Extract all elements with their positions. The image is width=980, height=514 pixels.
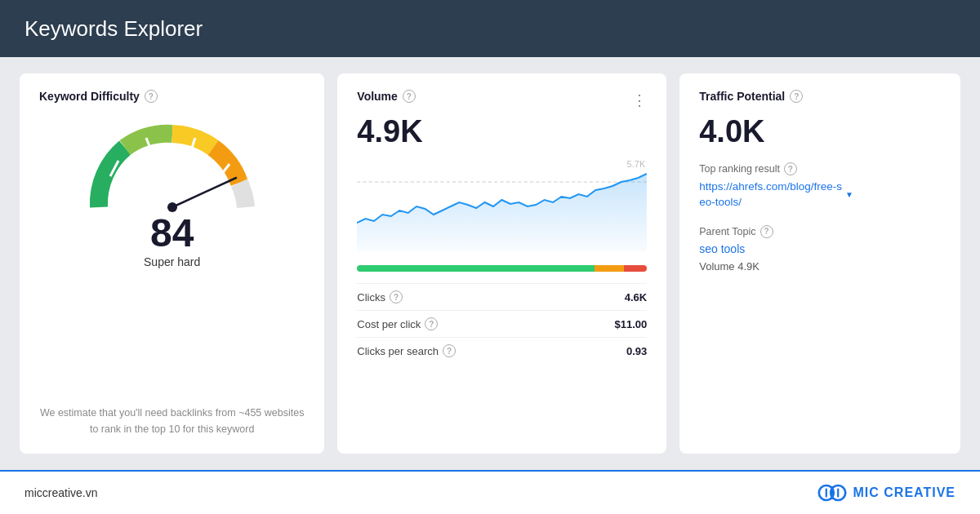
pb-orange [595,265,623,272]
volume-card-label: Volume ? [357,90,416,103]
chart-max-label: 5.7K [627,159,646,169]
gauge-container [82,117,262,215]
footer: miccreative.vn MIC CREATIVE [0,470,980,514]
header: Keywords Explorer [0,0,980,57]
cpc-row: Cost per click ? $11.00 [357,310,647,337]
page-title: Keywords Explorer [24,16,203,42]
cpc-label: Cost per click ? [357,317,438,330]
kd-card-label: Keyword Difficulty ? [39,90,158,103]
volume-card: Volume ? ⋮ 4.9K 5.7K [337,73,666,454]
main-content: Keyword Difficulty ? [0,57,980,470]
cpc-value: $11.00 [614,318,647,330]
parent-topic-link[interactable]: seo tools [699,242,941,255]
cpc-help-icon[interactable]: ? [425,317,438,330]
clicks-label: Clicks ? [357,290,403,304]
volume-help-icon[interactable]: ? [403,90,416,103]
cps-help-icon[interactable]: ? [443,344,456,357]
pb-green [357,265,595,272]
top-ranking-label: Top ranking result ? [699,162,941,175]
footer-brand: MIC CREATIVE [817,483,956,503]
cps-value: 0.93 [626,345,647,357]
mic-creative-logo [817,483,847,503]
clicks-progress-bar [357,265,647,272]
volume-value: 4.9K [357,114,647,149]
cps-row: Clicks per search ? 0.93 [357,337,647,364]
tp-parent-volume: Volume 4.9K [699,260,941,273]
url-dropdown-arrow[interactable]: ▼ [845,189,853,201]
kd-help-icon[interactable]: ? [145,90,158,103]
keyword-difficulty-card: Keyword Difficulty ? [20,73,324,454]
kd-difficulty-label: Super hard [144,255,200,268]
tp-card-label: Traffic Potential ? [699,90,941,103]
volume-label-text: Volume [357,90,398,103]
volume-chart [357,157,647,255]
clicks-row: Clicks ? 4.6K [357,283,647,310]
volume-header: Volume ? ⋮ [357,90,647,111]
tp-help-icon[interactable]: ? [790,90,803,103]
footer-domain: miccreative.vn [24,486,97,499]
pb-red [624,265,647,272]
clicks-help-icon[interactable]: ? [390,290,403,304]
svg-point-5 [167,202,177,212]
clicks-value: 4.6K [625,291,647,304]
top-ranking-help-icon[interactable]: ? [784,162,797,175]
parent-topic-label: Parent Topic ? [699,225,941,238]
footer-brand-name: MIC CREATIVE [853,485,956,500]
tp-value: 4.0K [699,114,941,149]
cps-label: Clicks per search ? [357,344,456,357]
more-options-icon[interactable]: ⋮ [632,91,647,109]
gauge-svg [82,117,262,224]
top-ranking-url[interactable]: https://ahrefs.com/blog/free-seo-tools/ … [699,179,941,210]
traffic-potential-card: Traffic Potential ? 4.0K Top ranking res… [679,73,960,454]
kd-description: We estimate that you'll need backlinks f… [39,405,305,437]
chart-area: 5.7K [357,157,647,255]
svg-line-4 [172,178,236,207]
tp-label-text: Traffic Potential [699,90,785,103]
parent-topic-help-icon[interactable]: ? [760,225,773,238]
kd-label-text: Keyword Difficulty [39,90,140,103]
